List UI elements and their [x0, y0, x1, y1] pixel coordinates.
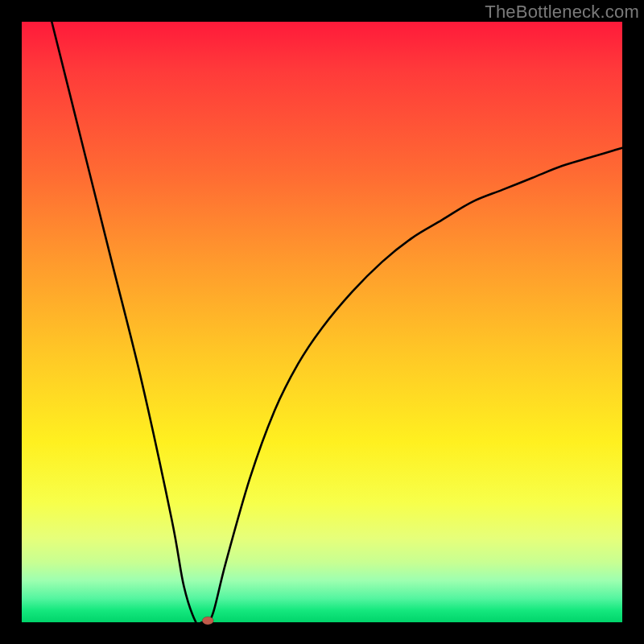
bottleneck-curve: [52, 22, 622, 625]
optimal-point-marker: [202, 617, 213, 625]
watermark-label: TheBottleneck.com: [485, 2, 639, 23]
curve-layer: [22, 22, 622, 622]
plot-area: [22, 22, 622, 622]
chart-frame: TheBottleneck.com: [0, 0, 644, 644]
